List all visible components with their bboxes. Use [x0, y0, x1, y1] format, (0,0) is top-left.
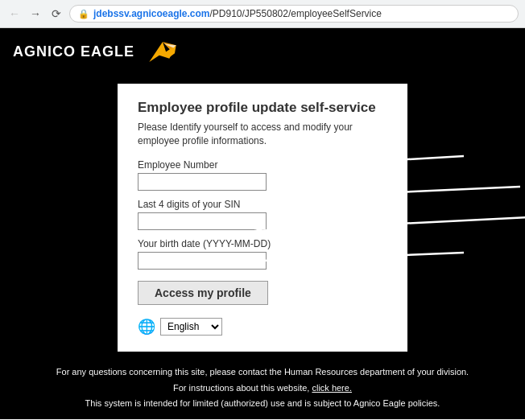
back-button[interactable]: ←	[6, 6, 23, 22]
form-container: Employee profile update self-service Ple…	[118, 84, 407, 352]
birthdate-label: Your birth date (YYYY-MM-DD)	[138, 238, 387, 249]
browser-toolbar: ← → ⟳ 🔒 jdebssv.agnicoeagle.com/PD910/JP…	[0, 0, 525, 27]
birthdate-input[interactable]	[138, 252, 267, 270]
footer-click-here-link[interactable]: click here.	[312, 383, 352, 393]
sin-input[interactable]	[138, 212, 267, 230]
site-header: AGNICO EAGLE	[0, 28, 525, 76]
main-area: Employee profile update self-service Ple…	[0, 76, 525, 359]
lock-icon: 🔒	[78, 9, 89, 19]
footer-line3: This system is intended for limited (aut…	[16, 397, 509, 411]
form-wrapper: Employee profile update self-service Ple…	[118, 84, 407, 352]
site-footer: For any questions concerning this site, …	[0, 359, 525, 419]
language-selector: 🌐 English Français	[138, 318, 387, 336]
logo-eagle-icon	[143, 38, 183, 66]
address-bar[interactable]: 🔒 jdebssv.agnicoeagle.com/PD910/JP550802…	[69, 5, 519, 23]
sin-label: Last 4 digits of your SIN	[138, 199, 387, 210]
form-subtitle: Please Identify yourself to access and m…	[138, 121, 387, 148]
form-title: Employee profile update self-service	[138, 100, 387, 116]
access-profile-button[interactable]: Access my profile	[138, 281, 268, 305]
logo-text: AGNICO EAGLE	[13, 43, 134, 60]
footer-line2: For instructions about this website, cli…	[16, 381, 509, 396]
footer-line1: For any questions concerning this site, …	[16, 365, 509, 380]
footer-line2-prefix: For instructions about this website,	[173, 383, 309, 393]
reload-button[interactable]: ⟳	[48, 6, 64, 22]
language-select[interactable]: English Français	[160, 318, 222, 336]
browser-chrome: ← → ⟳ 🔒 jdebssv.agnicoeagle.com/PD910/JP…	[0, 0, 525, 28]
page-content: AGNICO EAGLE Employee profile update sel…	[0, 28, 525, 419]
employee-number-label: Employee Number	[138, 159, 387, 171]
employee-number-input[interactable]	[138, 173, 267, 191]
globe-icon: 🌐	[138, 318, 155, 336]
address-text: jdebssv.agnicoeagle.com/PD910/JP550802/e…	[93, 8, 382, 19]
forward-button[interactable]: →	[27, 6, 43, 22]
